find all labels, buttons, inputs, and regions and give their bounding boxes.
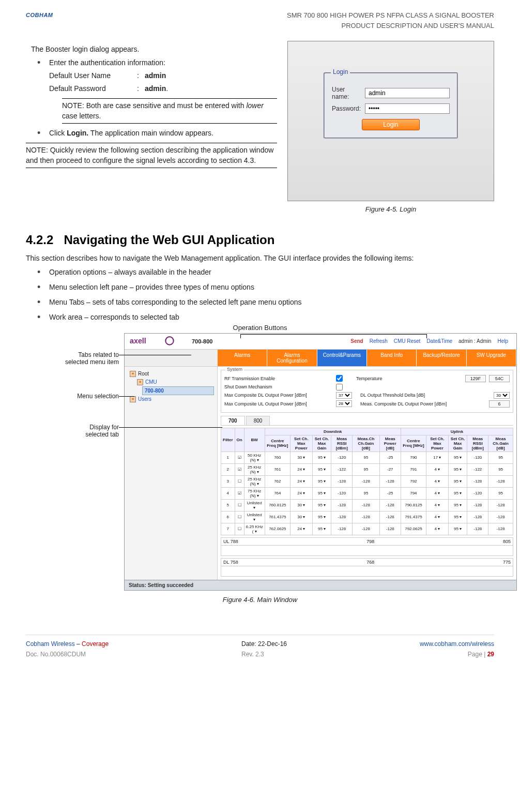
main-window-screenshot: axell 700-800 SendRefreshCMU ResetDate&T…	[124, 333, 517, 591]
default-pass-value: admin	[145, 84, 166, 93]
annotation-display-for-tab: Display forselected tab	[26, 424, 119, 438]
tree-band-selected[interactable]: 700-800	[142, 386, 214, 395]
system-panel: System RF Transmission Enable Temperatur…	[221, 370, 513, 413]
svg-text:COBHAM: COBHAM	[26, 12, 53, 18]
password-label: Password:	[332, 105, 361, 112]
menu-tab[interactable]: Alarms	[218, 350, 267, 366]
bullet-enter-auth: Enter the authentication information: De…	[36, 57, 277, 124]
op-button[interactable]: Date&Time	[426, 338, 452, 344]
sub-tabs: 700800	[221, 416, 513, 426]
tree-cmu[interactable]: +CMU	[135, 378, 214, 386]
dl-summary-row: DL 758768775	[221, 558, 513, 566]
default-pass-label: Default Password	[49, 83, 137, 94]
temp-c-value: 54C	[489, 375, 510, 382]
doc-title: SMR 700 800 HIGH POWER PS NFPA CLASS A S…	[287, 10, 494, 31]
menu-tabs: AlarmsAlarms ConfigurationControl&Params…	[125, 350, 516, 367]
temperature-label: Temperature	[356, 376, 383, 381]
login-dialog-screenshot: Login User name: Password: Login	[287, 41, 494, 201]
figure-4-6-caption: Figure 4-6. Main Window	[26, 596, 494, 604]
max-dl-select[interactable]: 37	[336, 392, 352, 399]
rf-enable-checkbox[interactable]	[336, 375, 343, 382]
table-row: 5☐Unlisted ▾760.812530 ▾95 ▾-128-128-128…	[221, 499, 513, 511]
table-row: 2☑25 KHz (N) ▾76124 ▾95 ▾-12295-277914 ▾…	[221, 463, 513, 475]
section-list-item: Work area – corresponds to selected tab	[36, 312, 494, 323]
axell-logo: axell	[130, 336, 187, 347]
status-bar: Status: Setting succeeded	[125, 580, 516, 590]
username-label: User name:	[332, 86, 361, 100]
table-row: 4☑75 KHz (N) ▾76424 ▾95 ▾-12095-257944 ▾…	[221, 487, 513, 499]
password-input[interactable]	[365, 103, 450, 114]
svg-text:axell: axell	[130, 337, 146, 345]
menu-tab[interactable]: Band Info	[367, 350, 417, 366]
page-footer: Cobham Wireless – Coverage Doc. No.00068…	[26, 635, 494, 663]
op-button[interactable]: Send	[350, 338, 363, 344]
table-row: 1☑50 KHz (N) ▾76030 ▾95 ▾-12095-2579017 …	[221, 452, 513, 463]
temp-f-value: 129F	[465, 375, 486, 382]
tree-root[interactable]: +Root	[128, 370, 214, 378]
meas-dl-value: 6	[489, 400, 510, 408]
channel-table: Filter On BW Downlink Uplink Centre Freq…	[221, 428, 513, 535]
note-review-section: NOTE: Quickly review the following secti…	[26, 143, 277, 168]
meas-dl-label: Meas. Composite DL Output Power [dBm]	[360, 401, 447, 407]
max-ul-label: Max Composite UL Output Power [dBm]	[224, 401, 333, 407]
brand-logo: COBHAM	[26, 10, 103, 23]
op-button[interactable]: Refresh	[370, 338, 388, 344]
user-info: admin : Admin	[458, 338, 491, 344]
menu-tab[interactable]: SW Upgrade	[467, 350, 516, 366]
shutdown-label: Shut Down Mechanism	[224, 384, 333, 389]
username-input[interactable]	[365, 88, 450, 98]
section-list-item: Operation options – always available in …	[36, 267, 494, 278]
rf-enable-label: RF Transmission Enable	[224, 376, 333, 381]
annotation-operation-buttons: Operation Buttons	[233, 324, 287, 332]
section-body: This section describes how to navigate t…	[26, 253, 494, 264]
table-row: 7☐6.25 KHz ( ▾762.062524 ▾95 ▾-128-128-1…	[221, 523, 513, 535]
menu-selection-pane: +Root +CMU 700-800 +Users	[125, 367, 218, 580]
section-list-item: Menu selection left pane – provides thre…	[36, 282, 494, 293]
note-case-sensitive: NOTE: Both are case sensitive and must b…	[62, 98, 277, 124]
login-button[interactable]: Login	[362, 119, 419, 130]
default-user-value: admin	[145, 70, 166, 81]
section-list-item: Menu Tabs – sets of tabs corresponding t…	[36, 297, 494, 308]
annotation-tabs-related: Tabs related toselected menu item	[26, 351, 119, 366]
dl-thresh-select[interactable]: 30	[494, 392, 510, 399]
section-heading: 4.2.2 Navigating the Web GUI Application	[26, 233, 494, 247]
help-link[interactable]: Help	[497, 338, 508, 344]
login-intro: The Booster login dialog appears.	[31, 45, 277, 53]
default-user-label: Default User Name	[49, 70, 137, 81]
max-dl-label: Max Composite DL Output Power [dBm]	[224, 393, 333, 398]
operation-buttons-row: SendRefreshCMU ResetDate&Timeadmin : Adm…	[347, 338, 511, 344]
figure-4-5-caption: Figure 4-5. Login	[287, 205, 494, 213]
menu-tab[interactable]: Backup/Restore	[417, 350, 466, 366]
menu-tab[interactable]: Alarms Configuration	[267, 350, 317, 366]
tree-users[interactable]: +Users	[128, 395, 214, 403]
op-button[interactable]: CMU Reset	[394, 338, 421, 344]
max-ul-select[interactable]: 28	[336, 400, 352, 407]
menu-tab[interactable]: Control&Params	[317, 350, 367, 366]
login-legend: Login	[331, 68, 350, 76]
sub-tab[interactable]: 800	[246, 416, 270, 425]
table-row: 6☐Unlisted ▾761.437530 ▾95 ▾-128-128-128…	[221, 511, 513, 523]
footer-url[interactable]: www.cobham.com/wireless	[420, 640, 494, 648]
dl-thresh-label: DL Output Threshold Delta [dB]	[360, 393, 425, 398]
annotation-menu-selection: Menu selection	[26, 393, 119, 400]
main-title: 700-800	[192, 338, 212, 344]
shutdown-checkbox[interactable]	[336, 384, 343, 390]
table-row: 3☐25 KHz (N) ▾76224 ▾95 ▾-128-128-128792…	[221, 475, 513, 487]
sub-tab[interactable]: 700	[221, 416, 245, 425]
bullet-click-login: Click Login. The application main window…	[36, 128, 277, 139]
ul-summary-row: UL 788798805	[221, 537, 513, 546]
work-area: System RF Transmission Enable Temperatur…	[218, 367, 516, 580]
svg-point-2	[165, 337, 173, 344]
